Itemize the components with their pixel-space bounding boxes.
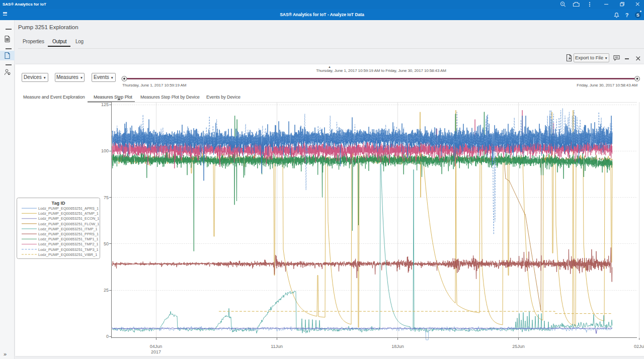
svg-text:50: 50 bbox=[104, 241, 109, 246]
svg-text:18Jun: 18Jun bbox=[391, 344, 404, 349]
svg-text:100: 100 bbox=[101, 148, 109, 153]
svg-text:Lodz_PUMP_EQ00653251_VIBR_1: Lodz_PUMP_EQ00653251_VIBR_1 bbox=[38, 252, 97, 257]
svg-text:25Jun: 25Jun bbox=[512, 344, 525, 349]
svg-text:Lodz_PUMP_EQ00653251_ATMP_1: Lodz_PUMP_EQ00653251_ATMP_1 bbox=[38, 211, 99, 216]
svg-text:Lodz_PUMP_EQ00653251_TMP2_1: Lodz_PUMP_EQ00653251_TMP2_1 bbox=[38, 242, 99, 246]
svg-text:Lodz_PUMP_EQ00653251_PPRS_1: Lodz_PUMP_EQ00653251_PPRS_1 bbox=[38, 232, 99, 236]
svg-text:11Jun: 11Jun bbox=[271, 344, 283, 349]
svg-text:04Jun: 04Jun bbox=[150, 344, 163, 349]
svg-text:Lodz_PUMP_EQ00653251_TMP3_1: Lodz_PUMP_EQ00653251_TMP3_1 bbox=[38, 247, 99, 252]
svg-text:02Jul: 02Jul bbox=[634, 344, 644, 349]
svg-text:Lodz_PUMP_EQ00653251_APRS_1: Lodz_PUMP_EQ00653251_APRS_1 bbox=[38, 206, 99, 211]
svg-text:Lodz_PUMP_EQ00653251_TMP1_1: Lodz_PUMP_EQ00653251_TMP1_1 bbox=[38, 237, 99, 241]
svg-text:75: 75 bbox=[104, 195, 109, 200]
svg-text:2017: 2017 bbox=[151, 349, 161, 354]
svg-text:125: 125 bbox=[101, 102, 109, 107]
svg-text:Lodz_PUMP_EQ00653251_FLOW_1: Lodz_PUMP_EQ00653251_FLOW_1 bbox=[38, 222, 99, 226]
svg-text:Tag ID: Tag ID bbox=[52, 201, 65, 206]
svg-text:25: 25 bbox=[104, 288, 109, 293]
svg-text:Lodz_PUMP_EQ00653251_ECON_1: Lodz_PUMP_EQ00653251_ECON_1 bbox=[38, 216, 99, 221]
svg-text:Lodz_PUMP_EQ00653251_ITMP_1: Lodz_PUMP_EQ00653251_ITMP_1 bbox=[38, 227, 98, 231]
svg-text:0: 0 bbox=[106, 334, 109, 339]
